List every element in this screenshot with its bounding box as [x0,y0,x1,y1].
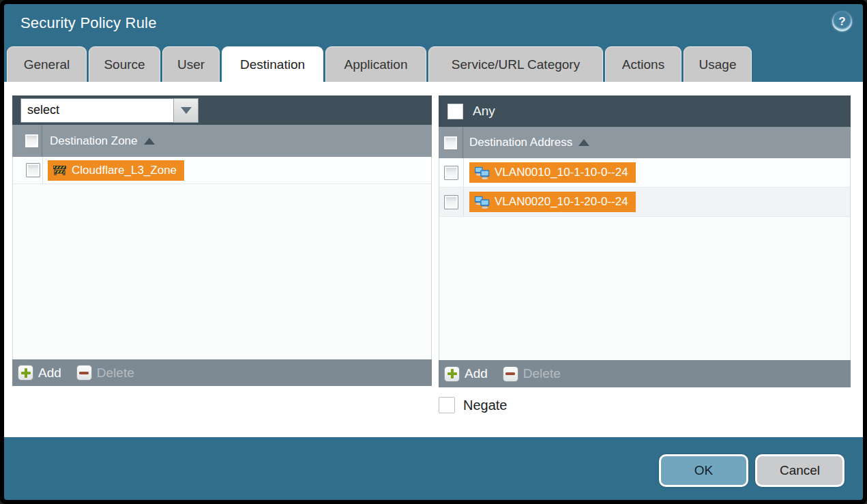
dialog-titlebar: Security Policy Rule [4,4,863,46]
delete-button[interactable]: Delete [503,366,561,382]
zone-select-all-checkbox[interactable] [25,134,39,148]
sort-asc-icon [144,138,155,145]
plus-icon [18,365,33,381]
table-row[interactable]: Cloudflare_L3_Zone [13,157,431,184]
dialog-window: Security Policy Rule General Source User… [4,4,863,500]
table-row[interactable]: VLAN0020_10-1-20-0--24 [439,188,850,217]
address-item-chip[interactable]: VLAN0020_10-1-20-0--24 [469,192,636,212]
address-item-label: VLAN0020_10-1-20-0--24 [495,195,628,209]
row-checkbox[interactable] [26,163,40,177]
add-button[interactable]: Add [18,365,61,381]
help-icon[interactable] [832,12,852,31]
any-label: Any [473,104,495,119]
tab-service-url-category[interactable]: Service/URL Category [428,46,603,82]
add-button[interactable]: Add [444,366,488,382]
zone-select-combobox [20,98,199,123]
tab-general[interactable]: General [7,46,87,82]
address-select-all-checkbox[interactable] [443,136,458,150]
zone-column-label: Destination Zone [50,134,138,148]
tab-actions[interactable]: Actions [605,46,681,82]
zone-icon [53,164,67,176]
row-checkbox-cell [439,158,464,187]
zone-item-chip[interactable]: Cloudflare_L3_Zone [48,160,184,181]
any-header: Any [439,95,851,127]
cancel-button[interactable]: Cancel [755,454,844,487]
tab-bar: General Source User Destination Applicat… [7,46,752,82]
address-item-chip[interactable]: VLAN0010_10-1-10-0--24 [469,162,636,183]
delete-button[interactable]: Delete [76,365,134,381]
tab-source[interactable]: Source [89,46,160,82]
negate-checkbox[interactable] [439,397,455,413]
chevron-down-icon [181,107,192,114]
address-icon [474,196,490,209]
address-icon [474,166,490,179]
tab-user[interactable]: User [162,46,220,82]
zone-select-input[interactable] [20,98,173,123]
dialog-body: Destination Zone [4,82,863,437]
destination-zone-panel: Destination Zone [12,95,432,386]
zone-column-header[interactable]: Destination Zone [12,125,432,157]
sort-asc-icon [578,139,589,146]
destination-address-panel: Any Destination Address [439,95,851,387]
table-row[interactable]: VLAN0010_10-1-10-0--24 [439,158,850,188]
tab-destination[interactable]: Destination [222,46,323,82]
negate-label: Negate [463,398,508,413]
dialog-title: Security Policy Rule [20,14,157,32]
address-list-toolbar: Add Delete [439,360,851,387]
zone-header-checkbox-cell [12,125,42,157]
zone-select-dropdown-button[interactable] [173,98,199,123]
zone-item-label: Cloudflare_L3_Zone [72,164,177,177]
address-column-header[interactable]: Destination Address [439,127,851,158]
address-header-checkbox-cell [439,127,463,158]
tab-application[interactable]: Application [325,46,426,82]
address-item-label: VLAN0010_10-1-10-0--24 [495,166,628,179]
row-checkbox[interactable] [444,195,458,209]
security-policy-rule-dialog: Security Policy Rule General Source User… [0,0,867,504]
row-checkbox-cell [439,188,464,216]
address-column-label: Destination Address [469,136,572,149]
zone-toolbar [12,95,432,125]
zone-list: Cloudflare_L3_Zone [12,157,432,359]
ok-button[interactable]: OK [659,454,748,487]
minus-icon [76,365,92,381]
any-checkbox[interactable] [447,104,463,119]
tab-usage[interactable]: Usage [684,46,752,82]
address-list: VLAN0010_10-1-10-0--24 [439,158,851,360]
minus-icon [503,366,518,382]
row-checkbox-cell [13,157,43,183]
plus-icon [444,366,460,382]
row-checkbox[interactable] [444,166,458,180]
negate-row: Negate [439,397,508,413]
zone-list-toolbar: Add Delete [12,359,432,386]
